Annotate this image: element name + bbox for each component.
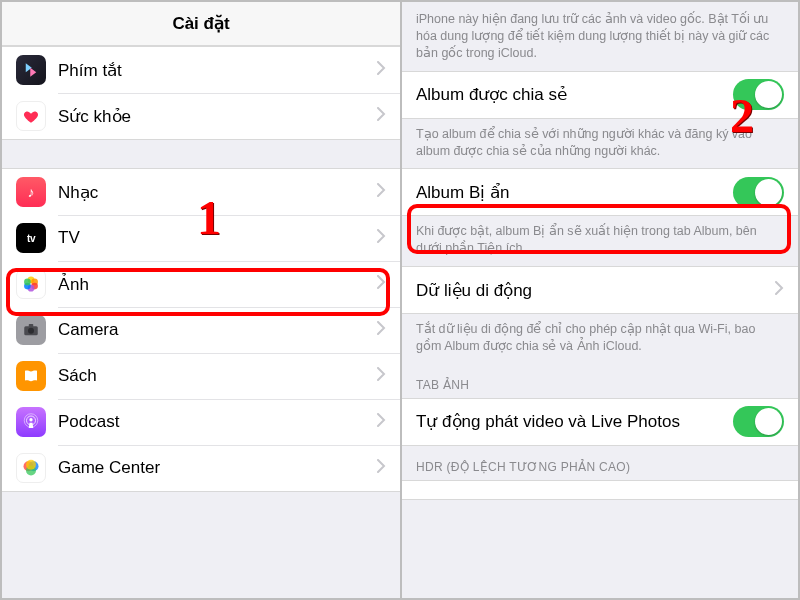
row-camera[interactable]: Camera: [2, 307, 400, 353]
row-hidden-album[interactable]: Album Bị ẩn: [402, 169, 798, 215]
row-label: Tự động phát video và Live Photos: [416, 411, 733, 432]
mobile-data-note: Tắt dữ liệu di động để chỉ cho phép cập …: [402, 314, 798, 364]
row-label: Phím tắt: [58, 60, 377, 81]
row-label: Album được chia sẻ: [416, 84, 733, 105]
svg-point-9: [29, 418, 32, 421]
chevron-right-icon: [377, 459, 386, 477]
hidden-album-note: Khi được bật, album Bị ẩn sẽ xuất hiện t…: [402, 216, 798, 266]
row-label: Game Center: [58, 458, 377, 478]
section-hdr: HDR (ĐỘ LỆCH TƯƠNG PHẢN CAO): [402, 446, 798, 480]
tv-icon: tv: [16, 223, 46, 253]
row-label: Sức khỏe: [58, 106, 377, 127]
row-books[interactable]: Sách: [2, 353, 400, 399]
photos-settings-pane: iPhone này hiện đang lưu trữ các ảnh và …: [402, 2, 798, 598]
row-label: Album Bị ẩn: [416, 182, 733, 203]
row-label: TV: [58, 228, 377, 248]
music-icon: ♪: [16, 177, 46, 207]
shared-album-toggle[interactable]: [733, 79, 784, 110]
section-tab-photos: TAB ẢNH: [402, 364, 798, 398]
svg-rect-8: [29, 324, 34, 327]
settings-title: Cài đặt: [2, 2, 400, 46]
chevron-right-icon: [377, 107, 386, 125]
camera-icon: [16, 315, 46, 345]
chevron-right-icon: [775, 281, 784, 299]
autoplay-toggle[interactable]: [733, 406, 784, 437]
row-health[interactable]: Sức khỏe: [2, 93, 400, 139]
optimize-storage-note: iPhone này hiện đang lưu trữ các ảnh và …: [402, 2, 798, 71]
row-label: Camera: [58, 320, 377, 340]
books-icon: [16, 361, 46, 391]
chevron-right-icon: [377, 61, 386, 79]
svg-point-7: [28, 328, 34, 334]
chevron-right-icon: [377, 229, 386, 247]
settings-group-1: Phím tắt Sức khỏe: [2, 46, 400, 140]
row-photos[interactable]: Ảnh: [2, 261, 400, 307]
chevron-right-icon: [377, 183, 386, 201]
row-label: Nhạc: [58, 182, 377, 203]
photos-icon: [16, 269, 46, 299]
row-mobile-data[interactable]: Dữ liệu di động: [402, 267, 798, 313]
hidden-album-toggle[interactable]: [733, 177, 784, 208]
gamecenter-icon: [16, 453, 46, 483]
chevron-right-icon: [377, 275, 386, 293]
chevron-right-icon: [377, 367, 386, 385]
row-shortcuts[interactable]: Phím tắt: [2, 47, 400, 93]
row-label: Ảnh: [58, 274, 377, 295]
settings-pane: Cài đặt Phím tắt Sức khỏe ♪ Nhạc: [2, 2, 402, 598]
podcast-icon: [16, 407, 46, 437]
row-label: Podcast: [58, 412, 377, 432]
row-autoplay[interactable]: Tự động phát video và Live Photos: [402, 399, 798, 445]
settings-group-2: ♪ Nhạc tv TV: [2, 168, 400, 492]
shared-album-note: Tạo album để chia sẻ với những người khá…: [402, 119, 798, 169]
health-icon: [16, 101, 46, 131]
chevron-right-icon: [377, 413, 386, 431]
row-tv[interactable]: tv TV: [2, 215, 400, 261]
row-label: Dữ liệu di động: [416, 280, 775, 301]
row-gamecenter[interactable]: Game Center: [2, 445, 400, 491]
shortcuts-icon: [16, 55, 46, 85]
row-podcast[interactable]: Podcast: [2, 399, 400, 445]
svg-point-15: [26, 460, 36, 470]
row-music[interactable]: ♪ Nhạc: [2, 169, 400, 215]
row-shared-album[interactable]: Album được chia sẻ: [402, 72, 798, 118]
row-label: Sách: [58, 366, 377, 386]
svg-point-5: [24, 279, 31, 286]
chevron-right-icon: [377, 321, 386, 339]
